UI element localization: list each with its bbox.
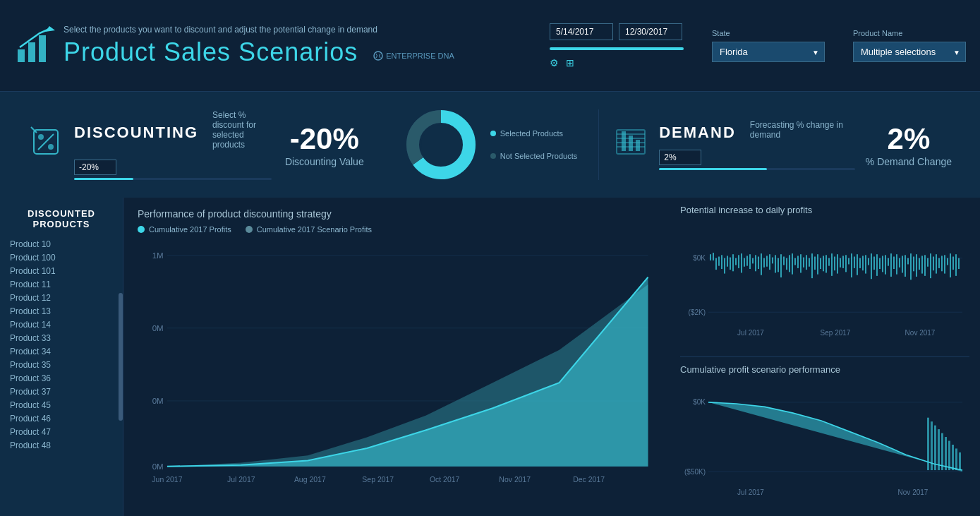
svg-rect-120 (933, 257, 934, 271)
donut-labels: Selected Products Not Selected Products (490, 129, 577, 160)
discount-slider[interactable] (74, 178, 272, 180)
svg-rect-0 (18, 49, 25, 62)
svg-rect-74 (803, 258, 804, 268)
donut-section: Selected Products Not Selected Products (381, 99, 598, 191)
date-slider[interactable] (550, 47, 684, 50)
state-select[interactable]: Florida (712, 42, 825, 62)
svg-rect-47 (727, 256, 728, 266)
slider-settings-icon[interactable]: ⚙ (550, 57, 559, 68)
sidebar-item[interactable]: Product 10 (7, 238, 116, 251)
svg-rect-55 (749, 254, 751, 269)
sidebar-item[interactable]: Product 35 (7, 359, 116, 371)
daily-profits-title: Potential increase to daily profits (680, 205, 969, 215)
svg-rect-138 (931, 421, 933, 470)
daily-profits-svg: $0K ($2K) (680, 220, 969, 343)
donut-chart (402, 106, 480, 184)
svg-text:Dec 2017: Dec 2017 (573, 476, 605, 484)
slider-expand-icon[interactable]: ⊞ (566, 57, 574, 68)
svg-rect-67 (783, 257, 785, 265)
sidebar-item[interactable]: Product 11 (7, 278, 116, 291)
products-sidebar: DISCOUNTED PRODUCTS Product 10Product 10… (0, 198, 123, 516)
enterprise-dna-icon (373, 51, 383, 61)
svg-rect-84 (831, 253, 833, 276)
demand-slider[interactable] (659, 168, 855, 170)
page-title: Product Sales Scenarios (63, 37, 358, 67)
sidebar-item[interactable]: Product 34 (7, 345, 116, 358)
sidebar-item[interactable]: Product 48 (7, 439, 116, 452)
svg-rect-137 (927, 418, 929, 470)
sidebar-item[interactable]: Product 100 (7, 251, 116, 264)
sidebar-item[interactable]: Product 46 (7, 412, 116, 425)
svg-rect-110 (905, 255, 906, 277)
svg-text:($2K): ($2K) (689, 308, 706, 316)
svg-rect-75 (806, 255, 807, 270)
svg-text:0M: 0M (152, 324, 164, 332)
sidebar-item[interactable]: Product 37 (7, 385, 116, 398)
svg-rect-65 (778, 258, 779, 272)
svg-text:Jul 2017: Jul 2017 (737, 329, 764, 337)
svg-rect-94 (859, 258, 861, 268)
cumulative-profit-svg: $0K ($50K) (680, 379, 969, 503)
chart-legend: Cumulative 2017 ProfitsCumulative 2017 S… (138, 225, 655, 234)
svg-rect-72 (797, 256, 799, 268)
svg-rect-50 (735, 258, 737, 265)
cumulative-profit-area: $0K ($50K) (680, 379, 969, 503)
svg-rect-62 (769, 254, 770, 270)
svg-rect-77 (811, 253, 813, 278)
svg-rect-49 (732, 254, 734, 271)
sidebar-item[interactable]: Product 14 (7, 318, 116, 331)
svg-text:($50K): ($50K) (684, 467, 706, 475)
sidebar-item[interactable]: Product 101 (7, 265, 116, 277)
sidebar-item[interactable]: Product 13 (7, 305, 116, 318)
svg-rect-115 (919, 258, 920, 270)
product-label: Product Name (853, 29, 966, 37)
svg-rect-19 (622, 131, 626, 151)
svg-rect-101 (879, 258, 881, 269)
demand-value-label: % Demand Change (866, 156, 952, 167)
svg-rect-63 (772, 258, 773, 264)
legend-item: Cumulative 2017 Scenario Profits (246, 225, 372, 234)
daily-profits-area: $0K ($2K) (680, 220, 969, 343)
discounting-title: DISCOUNTING (74, 124, 198, 142)
demand-content: DEMAND Forecasting % change in demand (659, 120, 855, 170)
date-start-input[interactable] (550, 23, 613, 40)
demand-input[interactable] (659, 150, 701, 165)
product-filter: Product Name Multiple selections ▼ (853, 29, 966, 62)
header-subtitle: Select the products you want to discount… (63, 25, 454, 35)
svg-text:Aug 2017: Aug 2017 (294, 476, 326, 484)
sidebar-item[interactable]: Product 12 (7, 292, 116, 304)
discounting-value: -20% (282, 122, 367, 156)
svg-text:Jul 2017: Jul 2017 (227, 476, 255, 484)
svg-rect-125 (947, 258, 948, 265)
svg-rect-79 (817, 254, 818, 274)
svg-rect-71 (794, 258, 796, 265)
svg-text:$0K: $0K (693, 398, 706, 406)
product-select[interactable]: Multiple selections (853, 42, 966, 62)
discount-input[interactable] (74, 160, 116, 175)
svg-text:Sep 2017: Sep 2017 (362, 476, 394, 484)
sidebar-item[interactable]: Product 47 (7, 426, 116, 438)
svg-rect-20 (629, 136, 633, 151)
svg-rect-102 (882, 256, 883, 272)
sidebar-scrollbar[interactable] (119, 293, 123, 420)
svg-rect-60 (763, 258, 765, 268)
svg-rect-54 (746, 256, 748, 265)
svg-point-8 (48, 144, 54, 150)
svg-rect-122 (938, 258, 940, 268)
sidebar-item[interactable]: Product 33 (7, 332, 116, 344)
date-end-input[interactable] (619, 23, 682, 40)
sidebar-item[interactable]: Product 45 (7, 399, 116, 412)
sidebar-item[interactable]: Product 36 (7, 372, 116, 385)
svg-rect-98 (871, 253, 872, 279)
svg-rect-114 (916, 254, 917, 277)
discounting-value-block: -20% Discounting Value (282, 122, 367, 167)
donut-selected-label: Selected Products (490, 129, 577, 138)
svg-rect-51 (738, 255, 739, 268)
svg-rect-111 (907, 258, 909, 265)
discounting-value-label: Discounting Value (282, 156, 367, 167)
svg-rect-123 (941, 256, 943, 271)
demand-title: DEMAND (659, 124, 736, 142)
date-range-control: ⚙ ⊞ (550, 23, 684, 68)
svg-rect-105 (890, 253, 892, 277)
legend-item: Cumulative 2017 Profits (138, 225, 231, 234)
